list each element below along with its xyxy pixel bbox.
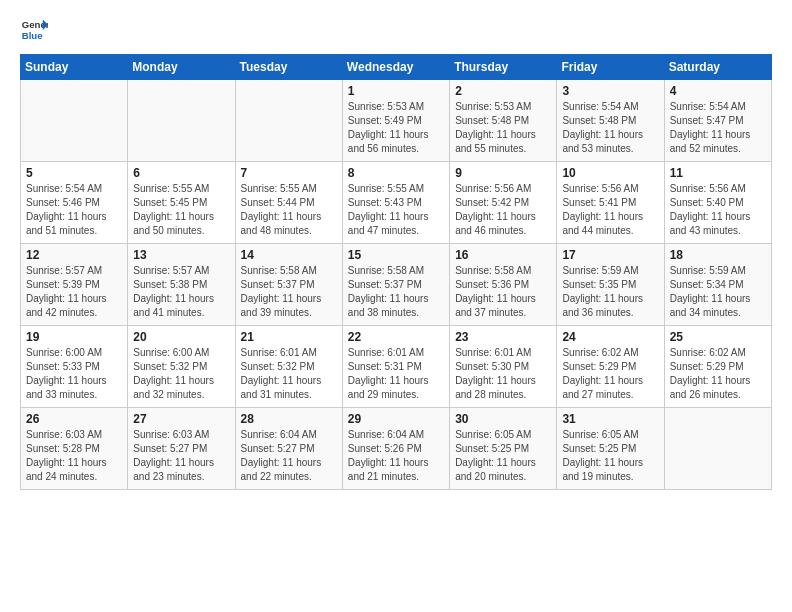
page-container: General Blue SundayMondayTuesdayWednesda… — [0, 0, 792, 500]
weekday-header-thursday: Thursday — [450, 55, 557, 80]
day-info: Sunrise: 5:59 AMSunset: 5:34 PMDaylight:… — [670, 264, 766, 320]
calendar-cell: 3Sunrise: 5:54 AMSunset: 5:48 PMDaylight… — [557, 80, 664, 162]
calendar-cell: 13Sunrise: 5:57 AMSunset: 5:38 PMDayligh… — [128, 244, 235, 326]
calendar-cell: 28Sunrise: 6:04 AMSunset: 5:27 PMDayligh… — [235, 408, 342, 490]
calendar-cell: 7Sunrise: 5:55 AMSunset: 5:44 PMDaylight… — [235, 162, 342, 244]
calendar-table: SundayMondayTuesdayWednesdayThursdayFrid… — [20, 54, 772, 490]
day-number: 1 — [348, 84, 444, 98]
calendar-cell — [664, 408, 771, 490]
day-info: Sunrise: 5:54 AMSunset: 5:46 PMDaylight:… — [26, 182, 122, 238]
day-number: 4 — [670, 84, 766, 98]
weekday-header-friday: Friday — [557, 55, 664, 80]
day-number: 22 — [348, 330, 444, 344]
day-info: Sunrise: 6:01 AMSunset: 5:30 PMDaylight:… — [455, 346, 551, 402]
day-number: 2 — [455, 84, 551, 98]
calendar-cell: 17Sunrise: 5:59 AMSunset: 5:35 PMDayligh… — [557, 244, 664, 326]
day-info: Sunrise: 5:55 AMSunset: 5:44 PMDaylight:… — [241, 182, 337, 238]
calendar-cell: 4Sunrise: 5:54 AMSunset: 5:47 PMDaylight… — [664, 80, 771, 162]
calendar-week-row: 1Sunrise: 5:53 AMSunset: 5:49 PMDaylight… — [21, 80, 772, 162]
day-number: 3 — [562, 84, 658, 98]
calendar-cell: 8Sunrise: 5:55 AMSunset: 5:43 PMDaylight… — [342, 162, 449, 244]
day-number: 10 — [562, 166, 658, 180]
day-info: Sunrise: 5:56 AMSunset: 5:42 PMDaylight:… — [455, 182, 551, 238]
logo: General Blue — [20, 16, 48, 44]
calendar-cell: 27Sunrise: 6:03 AMSunset: 5:27 PMDayligh… — [128, 408, 235, 490]
day-info: Sunrise: 5:57 AMSunset: 5:38 PMDaylight:… — [133, 264, 229, 320]
calendar-cell: 30Sunrise: 6:05 AMSunset: 5:25 PMDayligh… — [450, 408, 557, 490]
day-number: 24 — [562, 330, 658, 344]
day-number: 28 — [241, 412, 337, 426]
day-info: Sunrise: 6:04 AMSunset: 5:26 PMDaylight:… — [348, 428, 444, 484]
day-number: 20 — [133, 330, 229, 344]
day-info: Sunrise: 6:01 AMSunset: 5:32 PMDaylight:… — [241, 346, 337, 402]
weekday-header-wednesday: Wednesday — [342, 55, 449, 80]
day-info: Sunrise: 6:05 AMSunset: 5:25 PMDaylight:… — [562, 428, 658, 484]
calendar-cell: 29Sunrise: 6:04 AMSunset: 5:26 PMDayligh… — [342, 408, 449, 490]
day-number: 19 — [26, 330, 122, 344]
day-info: Sunrise: 5:56 AMSunset: 5:40 PMDaylight:… — [670, 182, 766, 238]
day-number: 12 — [26, 248, 122, 262]
header: General Blue — [20, 16, 772, 44]
calendar-cell: 2Sunrise: 5:53 AMSunset: 5:48 PMDaylight… — [450, 80, 557, 162]
day-info: Sunrise: 5:54 AMSunset: 5:47 PMDaylight:… — [670, 100, 766, 156]
day-info: Sunrise: 5:59 AMSunset: 5:35 PMDaylight:… — [562, 264, 658, 320]
calendar-cell: 16Sunrise: 5:58 AMSunset: 5:36 PMDayligh… — [450, 244, 557, 326]
calendar-cell: 20Sunrise: 6:00 AMSunset: 5:32 PMDayligh… — [128, 326, 235, 408]
weekday-header-sunday: Sunday — [21, 55, 128, 80]
day-number: 17 — [562, 248, 658, 262]
calendar-cell: 26Sunrise: 6:03 AMSunset: 5:28 PMDayligh… — [21, 408, 128, 490]
day-number: 16 — [455, 248, 551, 262]
day-info: Sunrise: 5:53 AMSunset: 5:49 PMDaylight:… — [348, 100, 444, 156]
calendar-cell: 31Sunrise: 6:05 AMSunset: 5:25 PMDayligh… — [557, 408, 664, 490]
day-number: 27 — [133, 412, 229, 426]
calendar-cell: 25Sunrise: 6:02 AMSunset: 5:29 PMDayligh… — [664, 326, 771, 408]
day-number: 18 — [670, 248, 766, 262]
day-info: Sunrise: 6:04 AMSunset: 5:27 PMDaylight:… — [241, 428, 337, 484]
weekday-row: SundayMondayTuesdayWednesdayThursdayFrid… — [21, 55, 772, 80]
calendar-cell: 24Sunrise: 6:02 AMSunset: 5:29 PMDayligh… — [557, 326, 664, 408]
day-info: Sunrise: 6:00 AMSunset: 5:33 PMDaylight:… — [26, 346, 122, 402]
day-info: Sunrise: 5:57 AMSunset: 5:39 PMDaylight:… — [26, 264, 122, 320]
day-number: 8 — [348, 166, 444, 180]
calendar-week-row: 19Sunrise: 6:00 AMSunset: 5:33 PMDayligh… — [21, 326, 772, 408]
day-info: Sunrise: 5:58 AMSunset: 5:36 PMDaylight:… — [455, 264, 551, 320]
weekday-header-monday: Monday — [128, 55, 235, 80]
svg-text:Blue: Blue — [22, 30, 43, 41]
day-info: Sunrise: 5:58 AMSunset: 5:37 PMDaylight:… — [348, 264, 444, 320]
calendar-body: 1Sunrise: 5:53 AMSunset: 5:49 PMDaylight… — [21, 80, 772, 490]
calendar-cell: 22Sunrise: 6:01 AMSunset: 5:31 PMDayligh… — [342, 326, 449, 408]
calendar-cell: 9Sunrise: 5:56 AMSunset: 5:42 PMDaylight… — [450, 162, 557, 244]
day-number: 25 — [670, 330, 766, 344]
calendar-cell: 18Sunrise: 5:59 AMSunset: 5:34 PMDayligh… — [664, 244, 771, 326]
day-number: 6 — [133, 166, 229, 180]
calendar-cell: 12Sunrise: 5:57 AMSunset: 5:39 PMDayligh… — [21, 244, 128, 326]
day-info: Sunrise: 5:58 AMSunset: 5:37 PMDaylight:… — [241, 264, 337, 320]
day-number: 31 — [562, 412, 658, 426]
day-info: Sunrise: 6:02 AMSunset: 5:29 PMDaylight:… — [670, 346, 766, 402]
calendar-cell: 15Sunrise: 5:58 AMSunset: 5:37 PMDayligh… — [342, 244, 449, 326]
calendar-cell: 21Sunrise: 6:01 AMSunset: 5:32 PMDayligh… — [235, 326, 342, 408]
day-info: Sunrise: 6:03 AMSunset: 5:27 PMDaylight:… — [133, 428, 229, 484]
day-number: 29 — [348, 412, 444, 426]
day-info: Sunrise: 5:53 AMSunset: 5:48 PMDaylight:… — [455, 100, 551, 156]
day-info: Sunrise: 6:05 AMSunset: 5:25 PMDaylight:… — [455, 428, 551, 484]
day-info: Sunrise: 5:54 AMSunset: 5:48 PMDaylight:… — [562, 100, 658, 156]
calendar-week-row: 5Sunrise: 5:54 AMSunset: 5:46 PMDaylight… — [21, 162, 772, 244]
calendar-cell — [235, 80, 342, 162]
day-number: 7 — [241, 166, 337, 180]
logo-icon: General Blue — [20, 16, 48, 44]
day-number: 26 — [26, 412, 122, 426]
day-info: Sunrise: 6:02 AMSunset: 5:29 PMDaylight:… — [562, 346, 658, 402]
day-number: 5 — [26, 166, 122, 180]
day-number: 23 — [455, 330, 551, 344]
day-number: 13 — [133, 248, 229, 262]
weekday-header-saturday: Saturday — [664, 55, 771, 80]
calendar-cell: 23Sunrise: 6:01 AMSunset: 5:30 PMDayligh… — [450, 326, 557, 408]
day-info: Sunrise: 5:55 AMSunset: 5:45 PMDaylight:… — [133, 182, 229, 238]
calendar-cell: 11Sunrise: 5:56 AMSunset: 5:40 PMDayligh… — [664, 162, 771, 244]
day-info: Sunrise: 6:00 AMSunset: 5:32 PMDaylight:… — [133, 346, 229, 402]
calendar-cell: 10Sunrise: 5:56 AMSunset: 5:41 PMDayligh… — [557, 162, 664, 244]
calendar-cell — [21, 80, 128, 162]
calendar-cell: 19Sunrise: 6:00 AMSunset: 5:33 PMDayligh… — [21, 326, 128, 408]
day-info: Sunrise: 6:03 AMSunset: 5:28 PMDaylight:… — [26, 428, 122, 484]
